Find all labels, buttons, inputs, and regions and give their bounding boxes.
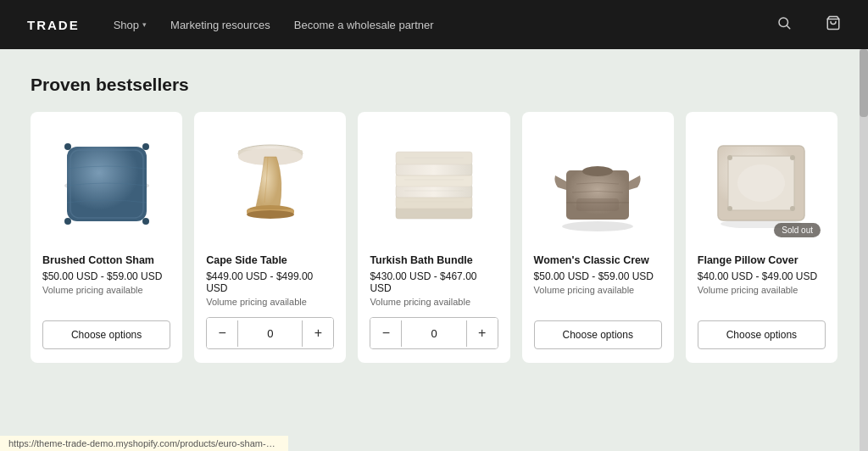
product-card-4: Women's Classic Crew $50.00 USD - $59.00…: [522, 112, 674, 363]
product-card-5: Sold out Flange Pillow Cover $40.00 USD …: [686, 112, 837, 363]
main-content: Proven bestsellers: [0, 49, 868, 380]
scrollbar[interactable]: [860, 49, 868, 451]
svg-point-39: [790, 206, 795, 211]
product-image-crew: [534, 124, 662, 242]
svg-point-30: [582, 166, 613, 176]
nav-shop-label: Shop: [114, 19, 139, 31]
product-name-3: Turkish Bath Bundle: [370, 254, 498, 266]
product-image-flange-pillow: Sold out: [698, 124, 826, 242]
product-grid: Brushed Cotton Sham $50.00 USD - $59.00 …: [31, 112, 837, 363]
product-image-cape-table: [206, 124, 334, 242]
svg-rect-28: [566, 170, 629, 220]
quantity-stepper-2: − 0 +: [206, 317, 334, 349]
svg-point-9: [142, 218, 149, 225]
product-volume-1: Volume pricing available: [42, 285, 170, 295]
svg-point-6: [64, 143, 71, 150]
navbar: TRADE Shop ▾ Marketing resources Become …: [0, 0, 868, 49]
product-card-2: Cape Side Table $449.00 USD - $499.00 US…: [194, 112, 346, 363]
svg-point-0: [779, 18, 788, 27]
product-volume-3: Volume pricing available: [370, 297, 498, 307]
scrollbar-thumb[interactable]: [860, 49, 868, 117]
product-price-3: $430.00 USD - $467.00 USD: [370, 270, 498, 294]
product-image-turkish-bath: [370, 124, 498, 242]
nav-link-marketing[interactable]: Marketing resources: [170, 19, 270, 31]
qty-decrease-button-3[interactable]: −: [370, 318, 401, 348]
qty-increase-button-2[interactable]: +: [303, 318, 333, 348]
nav-link-shop[interactable]: Shop ▾: [114, 19, 147, 31]
nav-logo[interactable]: TRADE: [27, 18, 80, 32]
product-price-2: $449.00 USD - $499.00 USD: [206, 270, 334, 294]
product-name-4: Women's Classic Crew: [534, 254, 662, 266]
status-bar: https://theme-trade-demo.myshopify.com/p…: [0, 436, 288, 451]
choose-options-button-4[interactable]: Choose options: [534, 320, 662, 349]
chevron-down-icon: ▾: [142, 20, 147, 29]
svg-point-7: [142, 143, 149, 150]
svg-point-27: [562, 221, 633, 231]
product-name-5: Flange Pillow Cover: [698, 254, 826, 266]
product-name-2: Cape Side Table: [206, 254, 334, 266]
product-image-brushed-cotton: [42, 124, 170, 242]
choose-options-button-1[interactable]: Choose options: [42, 320, 170, 349]
svg-rect-21: [396, 152, 472, 164]
product-volume-5: Volume pricing available: [698, 285, 826, 295]
choose-options-button-5[interactable]: Choose options: [698, 320, 826, 349]
svg-point-37: [790, 155, 795, 160]
product-volume-2: Volume pricing available: [206, 297, 334, 307]
qty-increase-button-3[interactable]: +: [467, 318, 498, 348]
product-price-4: $50.00 USD - $59.00 USD: [534, 270, 662, 282]
qty-decrease-button-2[interactable]: −: [207, 318, 237, 348]
svg-line-1: [787, 25, 789, 28]
product-price-5: $40.00 USD - $49.00 USD: [698, 270, 826, 282]
svg-rect-31: [576, 198, 619, 211]
sold-out-badge: Sold out: [774, 223, 821, 237]
product-price-1: $50.00 USD - $59.00 USD: [42, 270, 170, 282]
svg-point-15: [247, 210, 294, 219]
search-icon[interactable]: [776, 15, 792, 35]
product-actions-2: − 0 +: [206, 317, 334, 349]
svg-point-8: [64, 218, 71, 225]
product-volume-4: Volume pricing available: [534, 285, 662, 295]
svg-point-36: [727, 155, 732, 160]
product-actions-1: Choose options: [42, 320, 170, 349]
section-title: Proven bestsellers: [31, 75, 837, 95]
qty-value-3: 0: [401, 320, 466, 347]
svg-point-38: [727, 206, 732, 211]
product-actions-5: Choose options: [698, 320, 826, 349]
product-actions-4: Choose options: [534, 320, 662, 349]
svg-point-35: [737, 164, 785, 202]
product-actions-3: − 0 +: [370, 317, 498, 349]
cart-icon[interactable]: [826, 15, 841, 35]
quantity-stepper-3: − 0 +: [370, 317, 498, 349]
product-card-1: Brushed Cotton Sham $50.00 USD - $59.00 …: [31, 112, 182, 363]
qty-value-2: 0: [237, 320, 303, 347]
product-card-3: Turkish Bath Bundle $430.00 USD - $467.0…: [358, 112, 509, 363]
product-name-1: Brushed Cotton Sham: [42, 254, 170, 266]
nav-link-wholesale[interactable]: Become a wholesale partner: [294, 19, 434, 31]
